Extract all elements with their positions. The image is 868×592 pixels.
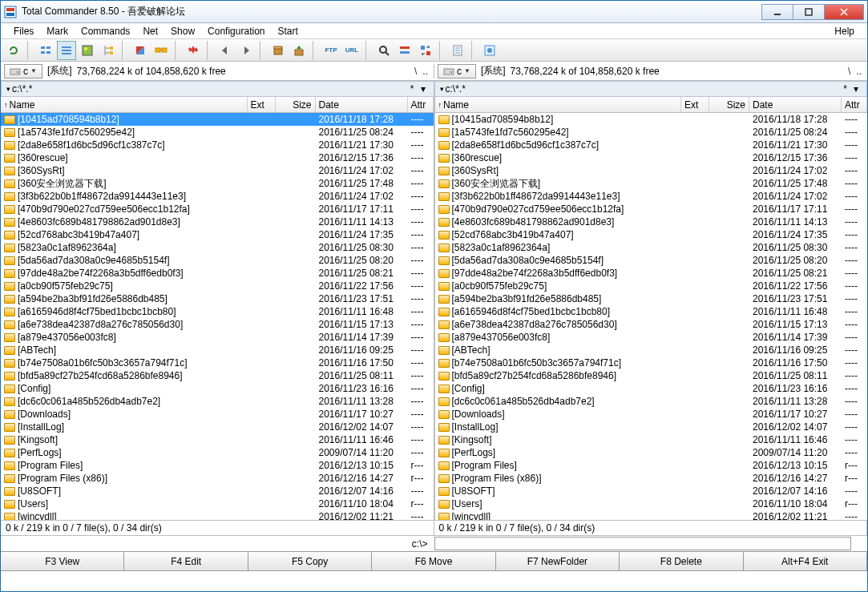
list-item[interactable]: [PerfLogs]2009/07/14 11:20----: [435, 446, 868, 459]
list-item[interactable]: [10415ad708594b8b12]2016/11/18 17:28----: [1, 113, 434, 126]
list-item[interactable]: [360安全浏览器下载]2016/11/25 17:48----: [1, 177, 434, 190]
list-item[interactable]: [dc6c0c061a485b526db4adb7e2]2016/11/11 1…: [435, 395, 868, 408]
drive-button-left[interactable]: c ▼: [4, 64, 42, 79]
list-item[interactable]: [bfd5a89cf27b254fcd68a5286bfe8946]2016/1…: [435, 369, 868, 382]
column-name[interactable]: ↑Name: [1, 97, 248, 112]
menu-start[interactable]: Start: [271, 24, 304, 38]
notepad-icon[interactable]: [448, 41, 467, 60]
file-list-right[interactable]: [10415ad708594b8b12]2016/11/18 17:28----…: [435, 113, 868, 520]
ftp-new-icon[interactable]: URL: [342, 41, 361, 60]
unpack-icon[interactable]: [289, 41, 309, 60]
titlebar[interactable]: Total Commander 8.50 - 吾爱破解论坛: [1, 1, 867, 23]
search-icon[interactable]: [374, 41, 394, 60]
list-item[interactable]: [Users]2016/11/10 18:04r---: [435, 497, 868, 510]
view-thumbs-icon[interactable]: [78, 41, 97, 60]
menu-files[interactable]: Files: [7, 24, 40, 38]
sync-icon[interactable]: [416, 41, 435, 60]
fn-f3-view[interactable]: F3 View: [0, 551, 124, 571]
list-item[interactable]: [2da8e658f1d6bc5d96cf1c387c7c]2016/11/21…: [435, 139, 868, 151]
column-date[interactable]: Date: [316, 97, 408, 112]
list-item[interactable]: [a879e437056e003fc8]2016/11/14 17:39----: [1, 331, 434, 344]
wipe-icon[interactable]: [184, 41, 203, 60]
list-item[interactable]: [a6e738dea42387d8a276c785056d30]2016/11/…: [435, 318, 868, 331]
list-item[interactable]: [Program Files (x86)]2016/12/16 14:27r--…: [1, 472, 434, 485]
list-item[interactable]: [4e8603fc689b481798862ad901d8e3]2016/11/…: [1, 215, 434, 228]
ftp-connect-icon[interactable]: FTP: [321, 41, 341, 60]
list-item[interactable]: [ABTech]2016/11/16 09:25----: [1, 344, 434, 356]
list-item[interactable]: [5da56ad7da308a0c9e4685b5154f]2016/11/25…: [1, 254, 434, 267]
list-item[interactable]: [Downloads]2016/11/17 10:27----: [435, 408, 868, 421]
root-button-right[interactable]: \: [846, 66, 853, 77]
list-item[interactable]: [b74e7508a01b6fc50b3c3657a794f71c]2016/1…: [1, 356, 434, 369]
list-item[interactable]: [b74e7508a01b6fc50b3c3657a794f71c]2016/1…: [435, 356, 868, 369]
column-attr[interactable]: Attr: [408, 97, 434, 112]
view-full-icon[interactable]: [57, 41, 76, 60]
list-item[interactable]: [a6165946d8f4cf75bed1bcbc1bcb80]2016/11/…: [435, 305, 868, 318]
invert-selection-icon[interactable]: [131, 41, 150, 60]
list-item[interactable]: [4e8603fc689b481798862ad901d8e3]2016/11/…: [435, 215, 868, 228]
list-item[interactable]: [a6e738dea42387d8a276c785056d30]2016/11/…: [1, 318, 434, 331]
column-ext[interactable]: Ext: [681, 97, 709, 112]
back-icon[interactable]: [216, 41, 235, 60]
list-item[interactable]: [a0cb90f575feb29c75]2016/11/22 17:56----: [435, 280, 868, 292]
parent-button-left[interactable]: ..: [420, 66, 430, 77]
column-date[interactable]: Date: [749, 97, 842, 112]
list-item[interactable]: [52cd768abc3b419b47a407]2016/11/24 17:35…: [435, 228, 868, 241]
list-item[interactable]: [a879e437056e003fc8]2016/11/14 17:39----: [435, 331, 868, 344]
list-item[interactable]: [1a5743fe1fd7c560295e42]2016/11/25 08:24…: [1, 126, 434, 139]
command-input[interactable]: [434, 537, 852, 550]
column-name[interactable]: ↑Name: [435, 97, 682, 112]
file-list-left[interactable]: [10415ad708594b8b12]2016/11/18 17:28----…: [1, 113, 434, 520]
list-item[interactable]: [PerfLogs]2009/07/14 11:20----: [1, 446, 434, 459]
list-item[interactable]: [ABTech]2016/11/16 09:25----: [435, 344, 868, 356]
column-size[interactable]: Size: [276, 97, 316, 112]
list-item[interactable]: [wincydll]2016/12/02 11:21----: [435, 510, 868, 520]
list-item[interactable]: [1a5743fe1fd7c560295e42]2016/11/25 08:24…: [435, 126, 868, 139]
list-item[interactable]: [5da56ad7da308a0c9e4685b5154f]2016/11/25…: [435, 254, 868, 267]
list-item[interactable]: [Program Files]2016/12/13 10:15r---: [1, 459, 434, 472]
list-item[interactable]: [bfd5a89cf27b254fcd68a5286bfe8946]2016/1…: [1, 369, 434, 382]
forward-icon[interactable]: [236, 41, 256, 60]
list-item[interactable]: [5823a0c1af8962364a]2016/11/25 08:30----: [435, 241, 868, 254]
list-item[interactable]: [97dde48a2be74f2268a3b5dff6edb0f3]2016/1…: [1, 267, 434, 280]
fn-f8-delete[interactable]: F8 Delete: [619, 551, 743, 571]
refresh-icon[interactable]: [4, 41, 23, 60]
fn-f6-move[interactable]: F6 Move: [371, 551, 495, 571]
list-item[interactable]: [InstallLog]2016/12/02 14:07----: [435, 421, 868, 433]
view-brief-icon[interactable]: [36, 41, 55, 60]
menu-mark[interactable]: Mark: [40, 24, 75, 38]
fn-f7-newfolder[interactable]: F7 NewFolder: [495, 551, 620, 571]
fn-altf4-exit[interactable]: Alt+F4 Exit: [743, 551, 867, 571]
favorite-button[interactable]: *: [407, 83, 418, 95]
menu-net[interactable]: Net: [136, 24, 164, 38]
multirename-icon[interactable]: [395, 41, 414, 60]
list-item[interactable]: [2da8e658f1d6bc5d96cf1c387c7c]2016/11/21…: [1, 139, 434, 151]
root-button-left[interactable]: \: [412, 66, 419, 77]
pack-icon[interactable]: [268, 41, 288, 60]
list-item[interactable]: [97dde48a2be74f2268a3b5dff6edb0f3]2016/1…: [435, 267, 868, 280]
list-item[interactable]: [360rescue]2016/12/15 17:36----: [435, 151, 868, 164]
list-item[interactable]: [wincydll]2016/12/02 11:21----: [1, 510, 434, 520]
list-item[interactable]: [Program Files]2016/12/13 10:15r---: [435, 459, 868, 472]
path-left[interactable]: ▾ c:\*.* * ▾: [1, 81, 434, 97]
close-button[interactable]: [824, 4, 864, 20]
list-item[interactable]: [U8SOFT]2016/12/07 14:16----: [435, 485, 868, 497]
list-item[interactable]: [360SysRt]2016/11/24 17:02----: [435, 164, 868, 177]
list-item[interactable]: [Program Files (x86)]2016/12/16 14:27r--…: [435, 472, 868, 485]
column-size[interactable]: Size: [709, 97, 749, 112]
list-item[interactable]: [470b9d790e027cd759ee506ecc1b12fa]2016/1…: [1, 203, 434, 215]
list-item[interactable]: [Kingsoft]2016/11/11 16:46----: [1, 433, 434, 446]
list-item[interactable]: [Config]2016/11/23 16:16----: [1, 382, 434, 395]
parent-button-right[interactable]: ..: [854, 66, 864, 77]
list-item[interactable]: [52cd768abc3b419b47a407]2016/11/24 17:35…: [1, 228, 434, 241]
path-right[interactable]: ▾ c:\*.* * ▾: [434, 81, 868, 97]
history-button[interactable]: ▾: [418, 83, 429, 95]
minimize-button[interactable]: [761, 4, 793, 20]
maximize-button[interactable]: [793, 4, 825, 20]
fn-f5-copy[interactable]: F5 Copy: [248, 551, 372, 571]
list-item[interactable]: [10415ad708594b8b12]2016/11/18 17:28----: [435, 113, 868, 126]
menu-configuration[interactable]: Configuration: [201, 24, 271, 38]
column-ext[interactable]: Ext: [248, 97, 276, 112]
history-button[interactable]: ▾: [850, 83, 862, 95]
list-item[interactable]: [Kingsoft]2016/11/11 16:46----: [435, 433, 868, 446]
